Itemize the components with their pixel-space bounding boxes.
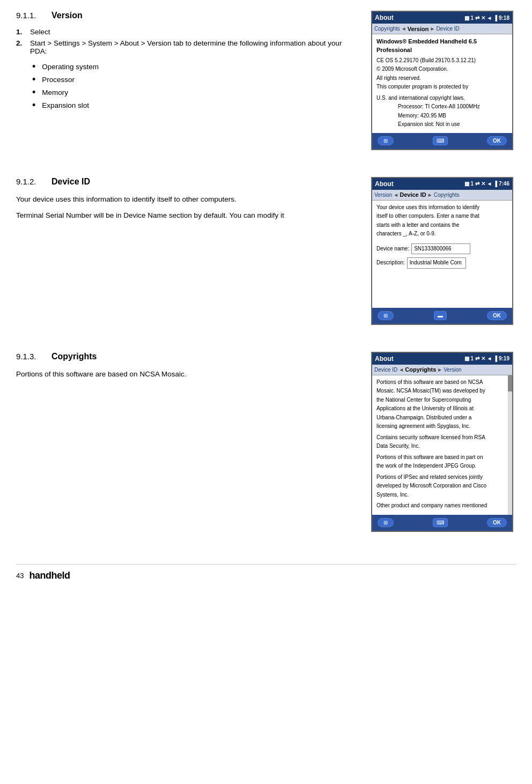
device-version-line-0: CE OS 5.2.29170 (Build 29170.5.3.12.21) [376,57,508,65]
section-version-num: 9.1.1. [16,11,36,20]
step-1-num: 1. [16,28,26,36]
bullet-expansion: Expansion slot [32,100,355,110]
page-footer: 43 handheld [16,564,516,581]
step-2-num: 2. [16,39,26,55]
device-copyrights-content: Portions of this software are based on N… [372,375,508,515]
copyrights-line-5: licensing agreement with Spyglass, Inc. [376,423,504,431]
section-deviceid-num: 9.1.2. [16,177,36,186]
bullet-os: Operating system [32,62,355,71]
device-version-tabbar: Copyrights ◄ Version ► Device ID [372,24,512,34]
section-version-device: About ▦ 1 ⇄ ✕ ◄ ▐ 9:18 Copyrights ◄ Vers… [371,11,516,150]
device-version-title-icons: ▦ 1 ⇄ ✕ ◄ ▐ 9:18 [464,15,509,21]
device-copyrights-tabbar: Device ID ◄ Copyrights ► Version [372,365,512,375]
copyrights-line-10: Portions of this software are based in p… [376,454,504,462]
device-copyrights-ok-btn[interactable]: OK [487,518,507,527]
device-version-indent-2: Expansion slot: Not in use [398,121,508,129]
bullet-memory: Memory [32,87,355,97]
copyrights-body-1: Portions of this software are based on N… [16,369,355,380]
bullet-processor: Processor [32,75,355,84]
copyrights-line-0: Portions of this software are based on N… [376,379,504,387]
device-version-start-btn[interactable]: ⊞ [378,136,394,145]
copyrights-line-1: Mosaic. NCSA Mosaic(TM) was developed by [376,387,504,395]
copyrights-line-14: developed by Microsoft Corporation and C… [376,482,504,490]
footer-page-number: 43 [16,572,24,580]
device-description-input[interactable]: Industrial Mobile Com [407,257,466,269]
device-version-content-title: Windows® Embedded Handheld 6.5 Professio… [376,38,508,55]
device-version-titlebar: About ▦ 1 ⇄ ✕ ◄ ▐ 9:18 [372,12,512,24]
copyrights-line-11: the work of the Independent JPEG Group. [376,462,504,470]
section-deviceid-heading: 9.1.2. Device ID [16,177,355,187]
device-version-line-2: All rights reserved. [376,75,508,83]
section-copyrights-title: Copyrights [51,352,97,361]
version-step-1: 1. Select [16,28,355,36]
device-copyrights-start-btn[interactable]: ⊞ [378,518,394,527]
copyrights-line-3: Applications at the University of Illino… [376,405,504,413]
device-copyrights-screen: About ▦ 1 ⇄ ✕ ◄ ▐ 9:19 Device ID ◄ Copyr… [371,352,513,532]
section-copyrights-heading: 9.1.3. Copyrights [16,352,355,361]
copyrights-line-13: Portions of IPSec and related services j… [376,474,504,482]
step-1-text: Select [30,28,50,36]
deviceid-body-2: Terminal Serial Number will be in Device… [16,210,355,221]
device-copyrights-scrollbar-thumb[interactable] [508,375,512,391]
section-deviceid: 9.1.2. Device ID Your device uses this i… [16,177,516,325]
tab-version-active[interactable]: Version [408,26,429,32]
section-deviceid-device: About ▦ 1 ⇄ ✕ ◄ ▐ 7:46 Version ◄ Device … [371,177,516,325]
tab-version-did[interactable]: Version [374,192,392,198]
section-copyrights-num: 9.1.3. [16,352,36,361]
section-copyrights-device: About ▦ 1 ⇄ ✕ ◄ ▐ 9:19 Device ID ◄ Copyr… [371,352,516,532]
tab-deviceid-copy[interactable]: Device ID [374,367,397,373]
device-version-indent-0: Processor: TI Cortex-A8 1000MHz [398,103,508,111]
tab-version-copy[interactable]: Version [444,367,461,373]
device-deviceid-line-0: Your device uses this information to ide… [376,204,508,212]
device-copyrights-content-wrapper: Portions of this software are based on N… [372,375,512,515]
device-deviceid-line-1: itself to other computers. Enter a name … [376,212,508,220]
page-layout: 9.1.1. Version 1. Select 2. Start > Sett… [16,11,516,581]
device-copyrights-keyboard-btn[interactable]: ⌨ [433,518,448,527]
tab-copyrights-v[interactable]: Copyrights [374,26,400,32]
version-bullets: Operating system Processor Memory Expans… [32,62,355,110]
footer-brand: handheld [29,570,70,581]
tab-deviceid-active[interactable]: Device ID [400,191,426,198]
device-deviceid-line-3: characters _, A-Z, or 0-9. [376,230,508,238]
device-deviceid-title-icons: ▦ 1 ⇄ ✕ ◄ ▐ 7:46 [464,181,509,187]
device-deviceid-field-1: Description: Industrial Mobile Com [376,257,508,269]
device-copyrights-title-text: About [375,355,394,363]
device-description-label: Description: [376,259,405,267]
device-deviceid-tabbar: Version ◄ Device ID ► Copyrights [372,190,512,201]
device-version-title-text: About [375,14,394,21]
section-version-title: Version [51,11,83,20]
copyrights-line-15: Systems, Inc. [376,491,504,499]
device-version-ok-btn[interactable]: OK [487,136,507,145]
device-copyrights-scrollbar[interactable] [508,375,512,515]
section-copyrights: 9.1.3. Copyrights Portions of this softw… [16,352,516,532]
section-version-heading: 9.1.1. Version [16,11,355,20]
deviceid-body-1: Your device uses this information to ide… [16,194,355,205]
device-name-label: Device name: [376,245,409,253]
device-version-keyboard-btn[interactable]: ⌨ [433,136,448,145]
device-name-input[interactable]: SN1333800066 [411,243,470,255]
tab-device-id-v[interactable]: Device ID [436,26,459,32]
device-deviceid-start-btn[interactable]: ⊞ [378,311,394,320]
tab-copyrights-did[interactable]: Copyrights [434,192,460,198]
section-deviceid-text: 9.1.2. Device ID Your device uses this i… [16,177,360,325]
version-step-2: 2. Start > Settings > System > About > V… [16,39,355,55]
device-deviceid-content: Your device uses this information to ide… [372,201,512,308]
device-version-toolbar: ⊞ ⌨ OK [372,133,512,149]
device-deviceid-toolbar: ⊞ ▬ OK [372,308,512,324]
device-deviceid-titlebar: About ▦ 1 ⇄ ✕ ◄ ▐ 7:46 [372,178,512,190]
step-2-text: Start > Settings > System > About > Vers… [30,39,355,55]
device-copyrights-title-icons: ▦ 1 ⇄ ✕ ◄ ▐ 9:19 [464,356,509,361]
device-deviceid-screen: About ▦ 1 ⇄ ✕ ◄ ▐ 7:46 Version ◄ Device … [371,177,513,325]
device-deviceid-line-2: starts with a letter and contains the [376,221,508,230]
device-version-indent-1: Memory: 420.95 MB [398,112,508,120]
copyrights-line-8: Data Security, Inc. [376,442,504,450]
version-steps: 1. Select 2. Start > Settings > System >… [16,28,355,55]
device-version-content: Windows® Embedded Handheld 6.5 Professio… [372,34,512,133]
device-deviceid-ok-btn[interactable]: OK [487,311,507,320]
device-deviceid-field-0: Device name: SN1333800066 [376,243,508,255]
section-version-text: 9.1.1. Version 1. Select 2. Start > Sett… [16,11,360,150]
section-version: 9.1.1. Version 1. Select 2. Start > Sett… [16,11,516,150]
tab-copyrights-active[interactable]: Copyrights [405,366,436,373]
device-version-line-4: This computer program is protected by [376,83,508,91]
device-deviceid-keyboard-btn[interactable]: ▬ [434,311,447,320]
